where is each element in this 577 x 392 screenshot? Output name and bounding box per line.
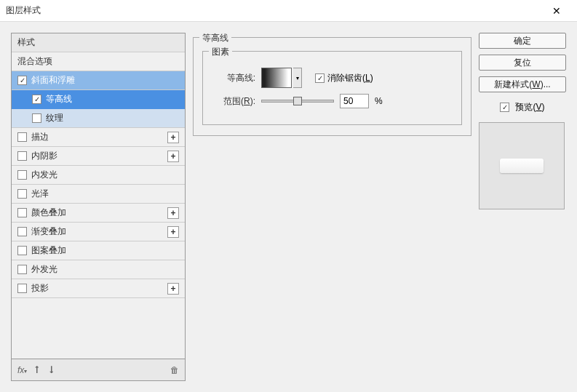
texture-label: 纹理 <box>46 112 179 124</box>
range-row: 范围(R): % <box>212 94 453 108</box>
drop-shadow-item[interactable]: 投影 + <box>12 279 185 298</box>
gradient-overlay-label: 渐变叠加 <box>31 225 167 238</box>
range-unit: % <box>375 96 383 106</box>
bevel-emboss-label: 斜面和浮雕 <box>31 74 179 87</box>
satin-item[interactable]: 光泽 <box>12 185 185 204</box>
elements-group-legend: 图素 <box>209 46 232 58</box>
stroke-label: 描边 <box>31 131 167 143</box>
bevel-emboss-item[interactable]: 斜面和浮雕 <box>12 71 185 90</box>
stroke-item[interactable]: 描边 + <box>12 128 185 147</box>
color-overlay-label: 颜色叠加 <box>31 207 167 219</box>
gradient-overlay-item[interactable]: 渐变叠加 + <box>12 223 185 241</box>
outer-glow-label: 外发光 <box>31 263 179 276</box>
content-area: 样式 混合选项 斜面和浮雕 等高线 纹理 描边 + <box>0 22 577 392</box>
preview-box <box>479 122 565 209</box>
inner-shadow-checkbox[interactable] <box>17 151 27 161</box>
stroke-add-icon[interactable]: + <box>167 132 179 143</box>
right-panel: 确定 复位 新建样式(W)... 预览(V) <box>479 33 566 381</box>
inner-glow-label: 内发光 <box>31 169 179 181</box>
window-title: 图层样式 <box>6 4 542 17</box>
inner-glow-checkbox[interactable] <box>17 170 27 180</box>
fx-menu-icon[interactable]: fx▾ <box>17 365 27 375</box>
drop-shadow-label: 投影 <box>31 282 167 295</box>
drop-shadow-add-icon[interactable]: + <box>167 283 179 295</box>
elements-group: 图素 等高线: ▾ 消除锯齿(L) 范围(R): <box>202 51 462 125</box>
move-down-icon[interactable]: 🠗 <box>47 365 56 375</box>
preview-label: 预览(V) <box>515 101 544 113</box>
inner-shadow-label: 内阴影 <box>31 150 167 162</box>
bevel-emboss-checkbox[interactable] <box>17 76 27 85</box>
contour-group-legend: 等高线 <box>199 32 231 44</box>
contour-field-label: 等高线: <box>212 72 255 84</box>
inner-glow-item[interactable]: 内发光 <box>12 166 185 185</box>
drop-shadow-checkbox[interactable] <box>17 284 27 293</box>
satin-label: 光泽 <box>31 188 179 200</box>
stroke-checkbox[interactable] <box>17 132 27 142</box>
trash-icon[interactable]: 🗑 <box>170 365 179 375</box>
preview-checkbox[interactable] <box>500 103 509 112</box>
contour-item[interactable]: 等高线 <box>12 90 185 109</box>
contour-group: 等高线 图素 等高线: ▾ 消除锯齿(L) 范围(R): <box>193 37 471 136</box>
antialias-label: 消除锯齿(L) <box>327 72 373 84</box>
range-label: 范围(R): <box>212 95 255 108</box>
contour-row: 等高线: ▾ 消除锯齿(L) <box>212 68 453 88</box>
close-button[interactable]: ✕ <box>542 0 571 22</box>
inner-shadow-add-icon[interactable]: + <box>167 151 179 162</box>
left-footer: fx▾ 🠕 🠗 🗑 <box>11 359 186 381</box>
pattern-overlay-label: 图案叠加 <box>31 244 179 257</box>
contour-label: 等高线 <box>46 93 179 105</box>
ok-button[interactable]: 确定 <box>479 33 566 49</box>
gradient-overlay-checkbox[interactable] <box>17 227 27 236</box>
satin-checkbox[interactable] <box>17 189 27 199</box>
gradient-overlay-add-icon[interactable]: + <box>167 226 179 238</box>
cancel-button[interactable]: 复位 <box>479 55 566 71</box>
styles-header-label: 样式 <box>17 36 179 49</box>
color-overlay-item[interactable]: 颜色叠加 + <box>12 204 185 223</box>
fx-text: fx <box>17 365 24 375</box>
blending-options-item[interactable]: 混合选项 <box>12 52 185 71</box>
contour-checkbox[interactable] <box>32 95 41 104</box>
new-style-button[interactable]: 新建样式(W)... <box>479 76 566 92</box>
inner-shadow-item[interactable]: 内阴影 + <box>12 147 185 166</box>
range-slider[interactable] <box>261 100 334 103</box>
outer-glow-checkbox[interactable] <box>17 265 27 274</box>
outer-glow-item[interactable]: 外发光 <box>12 260 185 279</box>
preview-toggle[interactable]: 预览(V) <box>479 101 566 113</box>
color-overlay-checkbox[interactable] <box>17 208 27 217</box>
styles-header[interactable]: 样式 <box>12 33 185 52</box>
contour-thumbnail[interactable] <box>261 68 292 88</box>
blending-options-label: 混合选项 <box>17 55 179 68</box>
style-list: 样式 混合选项 斜面和浮雕 等高线 纹理 描边 + <box>11 33 186 359</box>
texture-checkbox[interactable] <box>32 113 41 123</box>
range-slider-thumb[interactable] <box>293 97 302 105</box>
contour-dropdown-icon[interactable]: ▾ <box>293 68 302 88</box>
left-panel: 样式 混合选项 斜面和浮雕 等高线 纹理 描边 + <box>11 33 186 381</box>
color-overlay-add-icon[interactable]: + <box>167 207 179 219</box>
preview-swatch <box>500 159 544 173</box>
pattern-overlay-checkbox[interactable] <box>17 246 27 255</box>
move-up-icon[interactable]: 🠕 <box>33 365 41 375</box>
range-input[interactable] <box>340 94 369 108</box>
pattern-overlay-item[interactable]: 图案叠加 <box>12 241 185 260</box>
center-panel: 等高线 图素 等高线: ▾ 消除锯齿(L) 范围(R): <box>193 33 471 381</box>
antialias-checkbox[interactable] <box>315 73 325 83</box>
titlebar: 图层样式 ✕ <box>0 0 577 22</box>
texture-item[interactable]: 纹理 <box>12 109 185 128</box>
